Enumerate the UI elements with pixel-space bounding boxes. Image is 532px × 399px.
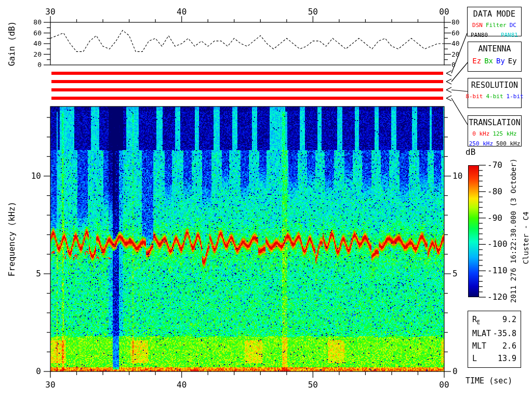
ephemeris-label: MLT xyxy=(472,342,486,350)
tick-label: -70 xyxy=(487,160,502,170)
tick-label: 0 xyxy=(37,61,42,69)
frequency-axis-label: Frequency (kHz) xyxy=(7,202,17,277)
option-1-bit: 1-bit xyxy=(507,93,524,100)
ephemeris-value: 13.9 xyxy=(498,355,516,363)
tick-label: 60 xyxy=(451,29,460,37)
panel-row: DSNFilterDC xyxy=(468,22,521,29)
gain-axis-label: Gain (dB) xyxy=(7,21,17,66)
gain-curve xyxy=(50,30,444,51)
colorbar xyxy=(468,165,479,297)
panel-data-mode: DATA MODEDSNFilterDCPAN80PAN81 xyxy=(467,7,522,36)
tick-label: 40 xyxy=(33,39,42,47)
panel-title-data-mode: DATA MODE xyxy=(468,7,521,19)
status-bar-translation xyxy=(51,97,443,100)
gain-plot-frame xyxy=(50,22,444,65)
bottom-time-axis: 30405000 xyxy=(45,371,449,390)
tick-label: 20 xyxy=(451,50,460,58)
ephemeris-value: -35.8 xyxy=(493,330,516,338)
panel-row: 0 kHz125 kHz xyxy=(468,130,521,137)
ephemeris-row-mlat: MLAT-35.8 xyxy=(472,330,516,338)
tick-label: -90 xyxy=(487,213,502,223)
ephemeris-row-l: L13.9 xyxy=(472,355,516,363)
spectrogram-frame xyxy=(50,107,444,371)
option-250-khz: 250 kHz xyxy=(469,140,493,147)
tick-label: 40 xyxy=(177,7,187,17)
panel-translation: TRANSLATION0 kHz125 kHz250 kHz500 kHz xyxy=(468,115,522,147)
tick-label: 60 xyxy=(33,29,42,37)
tick-label: 30 xyxy=(45,7,55,17)
option-0-khz: 0 kHz xyxy=(472,130,489,137)
ephemeris-row-r: RE9.2 xyxy=(472,316,516,325)
tick-label: 50 xyxy=(308,380,318,390)
panel-resolution: RESOLUTION8-bit4-bit1-bit xyxy=(468,78,522,108)
panel-row: 250 kHz500 kHz xyxy=(468,140,521,147)
option-ey: Ey xyxy=(508,57,517,65)
ephemeris-value: 2.6 xyxy=(502,342,516,350)
tick-label: -100 xyxy=(487,239,508,249)
tick-label: 30 xyxy=(45,380,55,390)
tick-label: 80 xyxy=(33,18,42,26)
panel-title-resolution: RESOLUTION xyxy=(468,78,521,90)
colorbar-unit-label: dB xyxy=(466,147,475,157)
tick-label: 00 xyxy=(439,380,449,390)
tick-label: -120 xyxy=(487,292,508,302)
option-dc: DC xyxy=(510,22,516,29)
tick-label: -80 xyxy=(487,187,502,196)
panel-title-antenna: ANTENNA xyxy=(468,42,521,54)
panel-title-translation: TRANSLATION xyxy=(468,116,521,127)
ephemeris-panel: RE9.2MLAT-35.8MLT2.6L13.9 xyxy=(468,311,521,368)
frequency-axes: 00551010 xyxy=(31,117,463,376)
option-8-bit: 8-bit xyxy=(466,93,483,100)
option-filter: Filter xyxy=(486,22,507,29)
option-500-khz: 500 kHz xyxy=(496,140,520,147)
tick-label: 5 xyxy=(36,269,41,278)
tick-label: 00 xyxy=(439,7,449,17)
status-bar-data-mode xyxy=(51,72,443,75)
tick-label: 50 xyxy=(308,7,318,17)
panel-row: EzBxByEy xyxy=(468,57,521,65)
ephemeris-value: 9.2 xyxy=(502,316,516,325)
status-bar-antenna xyxy=(51,80,443,83)
tick-label: 40 xyxy=(451,39,460,47)
panel-row: PAN80PAN81 xyxy=(468,32,521,38)
axes-overlay: 3040500030405000002020404060608080005510… xyxy=(0,0,532,399)
tick-label: 5 xyxy=(453,269,458,278)
wbd-spectrogram-viewer: 3040500030405000002020404060608080005510… xyxy=(0,0,532,399)
datetime-vertical-label: 2011 276 16:22:30.000 (3 October) xyxy=(509,158,517,303)
tick-label: 10 xyxy=(31,171,41,181)
option-dsn: DSN xyxy=(472,22,483,29)
tick-label: 40 xyxy=(177,380,187,390)
option-pan80: PAN80 xyxy=(471,32,488,38)
panel-antenna: ANTENNAEzBxByEy xyxy=(468,42,522,72)
option-ez: Ez xyxy=(472,57,481,65)
gain-y-axes: 002020404060608080 xyxy=(33,18,459,69)
tick-label: 0 xyxy=(453,366,458,376)
colorbar-ticks: -70-80-90-100-110-120 xyxy=(479,160,508,302)
status-bar-resolution xyxy=(51,88,443,91)
ephemeris-label: MLAT xyxy=(472,330,491,338)
tick-label: 0 xyxy=(36,366,41,376)
top-time-axis: 30405000 xyxy=(45,7,449,22)
ephemeris-label: RE xyxy=(472,316,480,325)
tick-label: -110 xyxy=(487,265,508,275)
ephemeris-row-mlt: MLT2.6 xyxy=(472,342,516,350)
option-pan81: PAN81 xyxy=(501,32,518,38)
spacecraft-vertical-label: Cluster - C4 xyxy=(522,211,530,264)
option-bx: Bx xyxy=(484,57,493,65)
option-by: By xyxy=(496,57,505,65)
panel-row: 8-bit4-bit1-bit xyxy=(468,93,521,100)
tick-label: 20 xyxy=(33,50,42,58)
option-125-khz: 125 kHz xyxy=(493,130,516,137)
time-axis-label: TIME (sec) xyxy=(466,376,512,385)
option-4-bit: 4-bit xyxy=(486,93,503,100)
tick-label: 10 xyxy=(453,171,462,181)
tick-label: 80 xyxy=(451,18,460,26)
ephemeris-label: L xyxy=(472,355,477,363)
